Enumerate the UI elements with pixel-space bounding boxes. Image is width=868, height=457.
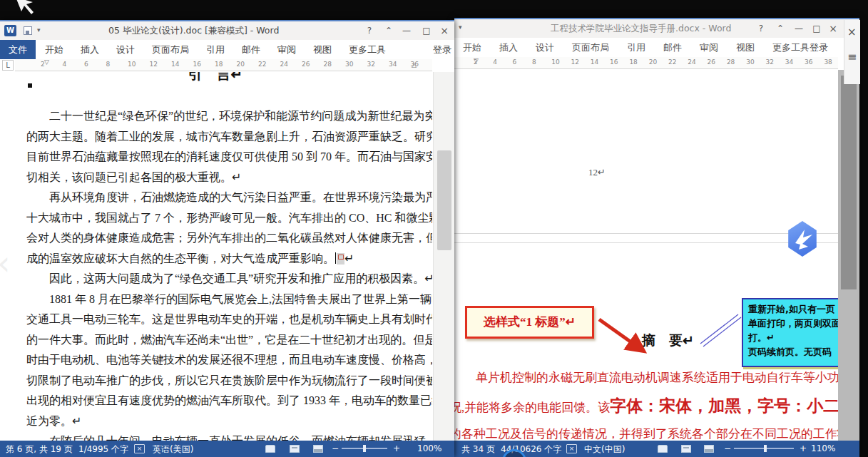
zoom-percentage[interactable]: 110% [811,443,835,453]
tab-2[interactable]: 插入 [81,43,99,56]
close-icon[interactable]: × [847,26,857,38]
doc-line: 近为零。↵ [26,411,430,432]
titlebar[interactable]: ▾ 工程技术学院毕业论文指导手册.docx - Word ? ⌃ — □ × [454,19,859,38]
zoom-out-button[interactable]: − [332,443,339,453]
save-icon[interactable] [24,26,32,35]
back-arrow-icon[interactable] [11,0,37,17]
tab-3[interactable]: 页面布局 [572,41,609,54]
web-layout-icon[interactable] [704,445,714,453]
word-window-guide: ▾ 工程技术学院毕业论文指导手册.docx - Word ? ⌃ — □ × 开… [454,18,859,457]
tab-6[interactable]: 邮件 [242,43,260,56]
language-indicator[interactable]: 中文(中国) [584,443,625,456]
tab-3[interactable]: 设计 [116,43,135,56]
tab-2[interactable]: 设计 [536,41,554,54]
document-area[interactable]: 12↵ 选样式“1 标题”↵ 摘 要↵ 重新开始,如只有一页单面打印，两页则双面… [454,70,838,441]
minimize-button[interactable]: — [399,24,414,37]
tab-5[interactable]: 引用 [206,43,225,56]
style-callout-box[interactable]: 选样式“1 标题”↵ [465,306,594,339]
doc-line: 时由于电动机、电池等关键技术的发展还很不理想，而且电动车速度慢、价格高，这一 [26,350,430,371]
page-setup-note-box[interactable]: 重新开始,如只有一页单面打印，两页则双面打。↵页码续前页。无页码 [742,298,838,367]
close-button[interactable]: × [437,24,451,37]
tab-6[interactable]: 审阅 [700,41,718,54]
zoom-slider-thumb[interactable] [363,445,366,452]
zoom-slider[interactable] [734,448,794,449]
print-layout-icon[interactable] [681,445,691,453]
menu-icon[interactable]: ≡ [847,50,857,63]
document-page[interactable]: 引 言↵ 二十一世纪是“绿色环保”的世纪，环境保护和能源节约问题成为新世纪最为突… [15,72,432,441]
horizontal-ruler: ▽ △ 24681012141618202224262830323436 [15,59,432,71]
previous-chevron-icon[interactable]: ‹ [0,244,10,282]
tab-1[interactable]: 插入 [499,41,518,54]
page-count[interactable]: 第 6 页, 共 19 页 [6,443,73,456]
abstract-heading: 摘 要↵ [642,332,694,350]
thunder-download-icon[interactable] [787,221,818,257]
tab-7[interactable]: 审阅 [277,43,296,56]
doc-line: 目前世界石油蕴藏量按照现在的消耗速度仅可供使用 50 到 70 年。而石油与国家… [26,147,430,168]
web-layout-icon[interactable] [313,445,323,453]
tab-5[interactable]: 邮件 [663,41,682,54]
page-count[interactable]: 共 34 页 [461,443,495,456]
document-area[interactable]: 引 言↵ 二十一世纪是“绿色环保”的世纪，环境保护和能源节约问题成为新世纪最为突… [0,72,454,441]
sign-in-link[interactable]: 登录 [433,43,451,56]
ruler-number: 34 [785,58,793,66]
vertical-scrollbar[interactable] [838,70,859,441]
ruler-number: 20 [649,58,657,66]
proofing-errors-icon[interactable]: × [566,444,577,453]
zoom-slider-thumb[interactable] [764,445,767,452]
tab-8[interactable]: 更多工具 [772,41,810,54]
help-button[interactable]: ? [362,24,377,37]
quick-access-dropdown-icon[interactable]: ▾ [459,24,462,31]
tab-4[interactable]: 页面布局 [152,43,189,56]
ruler-number: 28 [324,61,332,68]
ribbon-display-options-button[interactable]: ⌃ [773,22,787,35]
ruler-number: 10 [128,61,136,68]
document-heading: 引 言↵ [15,72,416,84]
ribbon-display-options-button[interactable]: ⌃ [382,24,396,37]
tab-0[interactable]: 开始 [463,41,481,54]
doc-line: 切相关，该问题已引起各国的极大重视。↵ [26,168,430,188]
language-indicator[interactable]: 英语(美国) [153,443,193,456]
zoom-in-button[interactable]: + [800,443,807,453]
read-mode-icon[interactable] [658,445,668,453]
proofing-errors-icon[interactable]: × [134,444,145,453]
zoom-in-button[interactable]: + [393,443,400,453]
tab-file[interactable]: 文件 [0,40,36,59]
scrollbar-thumb[interactable] [841,76,857,289]
tab-7[interactable]: 视图 [736,41,755,54]
tab-selector[interactable]: L [2,60,14,71]
maximize-button[interactable]: □ [419,24,434,37]
read-mode-icon[interactable] [265,445,275,453]
zoom-percentage[interactable]: 100% [417,443,441,453]
document-body: 二十一世纪是“绿色环保”的世纪，环境保护和能源节约问题成为新世纪最为突出的两大主… [26,106,430,441]
scrollbar-thumb[interactable] [437,150,451,250]
word-count[interactable]: 1/4995 个字 [78,443,128,456]
ruler-number: 28 [727,58,735,66]
ruler-number: 20 [237,61,245,68]
zoom-slider[interactable] [342,448,387,449]
print-layout-icon[interactable] [290,445,300,453]
ruler-number: 38 [824,58,832,66]
minimize-button[interactable]: — [792,22,806,35]
ruler-number: 14 [591,58,598,66]
page-boundary-line [454,233,838,234]
zoom-out-button[interactable]: − [724,443,731,453]
tab-4[interactable]: 引用 [627,41,645,54]
help-button[interactable]: ? [754,22,768,35]
first-line-indent-marker[interactable]: ▽ [44,59,49,66]
doc-line: 切限制了电动车推广的步伐，所以它只在贵族阶层中作为玩物流行了一段时间便被随后 [26,371,430,391]
doc-line: 交通工具一电动三轮车。这是世界电动车史的开端，也是机动车辆史上具有划时代意义 [26,309,430,330]
vertical-scrollbar[interactable] [433,72,454,441]
maximize-button[interactable]: □ [810,22,824,35]
tab-9[interactable]: 更多工具 [349,43,386,56]
sign-in-link[interactable]: 登录 [810,41,828,54]
close-button[interactable]: × [826,22,840,35]
doc-line: 再从环境角度讲，石油燃烧造成的大气污染日益严重。在世界环境污染最为严重的 [26,188,430,208]
tab-8[interactable]: 视图 [313,43,332,56]
quick-access-dropdown-icon[interactable]: ▾ [37,26,41,34]
note-line: 页码续前页。无页码 [748,345,838,359]
note-line: 打。↵ [748,331,838,345]
doc-line: 十大城市中，我国就占了 7 个，形势严峻可见一般。汽车排出的 CO、HC 和微尘… [26,208,430,229]
titlebar[interactable]: W ▾ 05 毕业论文(设计).doc [兼容模式] - Word ? ⌃ — … [0,21,454,40]
format-mark-icon [337,253,344,265]
tab-1[interactable]: 开始 [45,43,63,56]
